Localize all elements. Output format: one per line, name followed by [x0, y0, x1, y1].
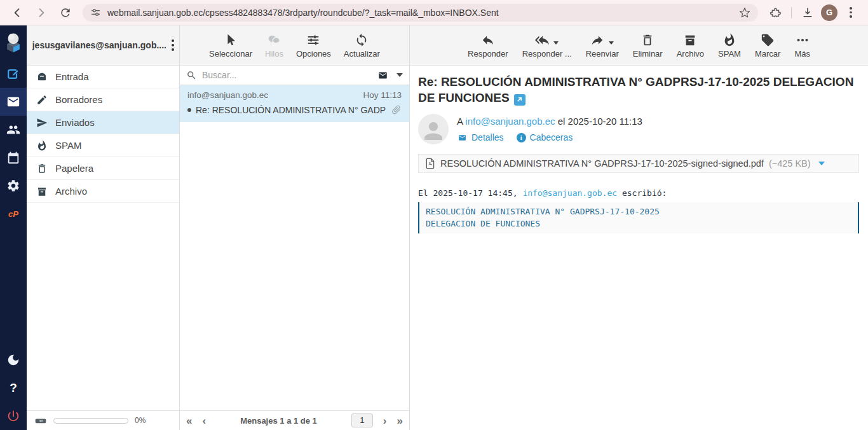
url-bar[interactable]: webmail.sanjuan.gob.ec/cpsess4824883478/… — [83, 4, 758, 22]
browser-toolbar: webmail.sanjuan.gob.ec/cpsess4824883478/… — [0, 0, 868, 25]
message-subject-preview: Re: RESOLUCIÓN ADMINISTRATIVA N° GADP… — [196, 105, 386, 115]
url-text: webmail.sanjuan.gob.ec/cpsess4824883478/… — [107, 8, 733, 18]
pagination-bar: Mensajes 1 a 1 de 1 1 — [180, 410, 409, 430]
message-list-item[interactable]: info@sanjuan.gob.ec Hoy 11:13 Re: RESOLU… — [180, 85, 409, 122]
message-view-pane: Re: RESOLUCIÓN ADMINISTRATIVA N° GADPRSJ… — [410, 66, 868, 430]
refresh-icon — [355, 32, 369, 47]
calendar-icon[interactable] — [0, 144, 27, 172]
browser-menu-icon[interactable] — [840, 3, 862, 22]
logout-icon[interactable] — [0, 402, 27, 430]
more-button[interactable]: Más — [794, 32, 810, 59]
select-button[interactable]: Seleccionar — [209, 32, 252, 59]
contacts-icon[interactable] — [0, 116, 27, 144]
top-toolbar: jesusgavilanes@sanjuan.gob.... Seleccion… — [27, 25, 868, 66]
divider — [791, 7, 792, 18]
site-info-icon[interactable] — [90, 7, 101, 18]
sidebar-item-spam[interactable]: SPAM — [27, 134, 179, 157]
message-body: El 2025-10-17 14:45, info@sanjuan.gob.ec… — [418, 188, 859, 233]
downloads-icon[interactable] — [797, 3, 818, 22]
to-label: A — [457, 116, 463, 127]
cpanel-icon[interactable]: cP — [0, 200, 27, 228]
person-icon — [420, 118, 447, 144]
last-page-icon[interactable] — [397, 415, 403, 426]
previous-page-icon[interactable] — [202, 415, 206, 426]
envelope-icon — [457, 134, 468, 142]
mark-button[interactable]: Marcar — [755, 32, 780, 59]
pagination-summary: Mensajes 1 a 1 de 1 — [216, 416, 341, 426]
details-toggle[interactable]: Detalles — [457, 132, 504, 142]
reply-all-button[interactable]: Responder ... — [522, 32, 572, 59]
reply-all-dropdown-icon[interactable] — [553, 41, 559, 45]
trash-icon — [36, 163, 48, 174]
info-icon — [517, 133, 526, 142]
threads-button[interactable]: Hilos — [265, 32, 283, 59]
sidebar-item-entrada[interactable]: Entrada — [27, 66, 179, 88]
body-email-link[interactable]: info@sanjuan.gob.ec — [522, 188, 617, 198]
sidebar-item-archivo[interactable]: Archivo — [27, 180, 179, 203]
message-status-dot — [187, 108, 191, 112]
forward-dropdown-icon[interactable] — [609, 41, 614, 45]
message-date: Hoy 11:13 — [363, 90, 402, 100]
archive-icon — [683, 32, 697, 47]
forward-button[interactable]: Reenviar — [586, 32, 619, 59]
ellipsis-icon — [796, 32, 810, 47]
webmail-logo — [0, 25, 27, 60]
search-options-chevron-icon[interactable] — [397, 73, 403, 77]
account-header: jesusgavilanes@sanjuan.gob.... — [27, 25, 180, 65]
message-from: info@sanjuan.gob.ec — [187, 90, 268, 100]
reply-button[interactable]: Responder — [468, 32, 508, 59]
reply-icon — [481, 32, 495, 47]
attachment-name: RESOLUCIÓN ADMINISTRATIVA N° GADPRSJ-17-… — [440, 158, 764, 169]
open-in-new-window-icon[interactable] — [514, 94, 526, 106]
extensions-icon[interactable] — [764, 3, 786, 22]
help-icon[interactable]: ? — [0, 374, 27, 402]
spam-button[interactable]: SPAM — [718, 32, 741, 59]
paperclip-icon — [391, 104, 402, 115]
search-input[interactable] — [202, 70, 372, 80]
search-icon — [186, 70, 197, 81]
pointer-icon — [224, 32, 238, 47]
reload-icon[interactable] — [55, 3, 76, 22]
account-menu-icon[interactable] — [172, 39, 174, 51]
sidebar-item-borradores[interactable]: Borradores — [27, 88, 179, 111]
search-bar — [180, 66, 409, 85]
browser-profile-avatar[interactable]: G — [821, 4, 837, 21]
dark-mode-icon[interactable] — [0, 346, 27, 374]
quoted-text: RESOLUCIÓN ADMINISTRATIVA N° GADPRSJ-17-… — [418, 202, 859, 233]
trash-icon — [641, 32, 654, 47]
forward-icon[interactable] — [31, 3, 52, 22]
attachment-row[interactable]: RESOLUCIÓN ADMINISTRATIVA N° GADPRSJ-17-… — [418, 154, 859, 173]
first-page-icon[interactable] — [186, 415, 192, 426]
sidebar-item-enviados[interactable]: Enviados — [27, 111, 179, 134]
pencil-icon — [36, 94, 48, 106]
back-icon[interactable] — [6, 3, 28, 22]
quota-footer: 0% — [27, 410, 179, 430]
message-subject: Re: RESOLUCIÓN ADMINISTRATIVA N° GADPRSJ… — [418, 75, 853, 104]
sidebar-item-papelera[interactable]: Papelera — [27, 157, 179, 180]
archive-button[interactable]: Archivo — [677, 32, 704, 59]
options-button[interactable]: Opciones — [296, 32, 331, 59]
webmail-app: cP ? jesusgavilanes@sanjuan.gob.... Sele… — [0, 25, 868, 430]
search-scope-icon[interactable] — [377, 71, 389, 80]
inbox-icon — [36, 71, 48, 83]
compose-icon[interactable] — [0, 60, 27, 88]
next-page-icon[interactable] — [383, 415, 387, 426]
mail-icon[interactable] — [0, 88, 27, 116]
attachment-size: (~425 KB) — [769, 158, 811, 169]
reply-all-icon — [535, 33, 549, 47]
page-number-box[interactable]: 1 — [351, 413, 373, 427]
to-email-link[interactable]: info@sanjuan.gob.ec — [465, 116, 555, 127]
attachment-dropdown-icon[interactable] — [818, 162, 825, 165]
bookmark-star-icon[interactable] — [739, 7, 750, 18]
refresh-button[interactable]: Actualizar — [344, 32, 380, 59]
quota-percent: 0% — [135, 416, 146, 425]
message-toolbar: Responder Responder ... — [410, 25, 868, 65]
headers-toggle[interactable]: Cabeceras — [517, 132, 573, 142]
delete-button[interactable]: Eliminar — [633, 32, 663, 59]
settings-icon[interactable] — [0, 172, 27, 200]
fire-icon — [722, 32, 736, 47]
forward-mail-icon — [590, 33, 604, 47]
sender-avatar — [418, 114, 449, 144]
pdf-file-icon — [425, 158, 435, 169]
message-date-text: el 2025-10-20 11:13 — [558, 116, 642, 127]
